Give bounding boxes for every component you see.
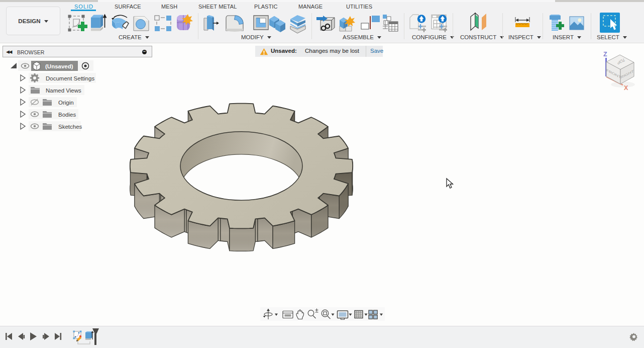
- svg-text:Sketches: Sketches: [58, 124, 82, 130]
- svg-text:X: X: [624, 84, 628, 92]
- svg-text:Bodies: Bodies: [58, 112, 76, 118]
- svg-text:Document Settings: Document Settings: [46, 75, 94, 81]
- svg-text:Named Views: Named Views: [46, 88, 81, 94]
- svg-text:Origin: Origin: [58, 100, 74, 106]
- svg-text:(Unsaved): (Unsaved): [45, 63, 73, 69]
- svg-text:Z: Z: [603, 51, 607, 58]
